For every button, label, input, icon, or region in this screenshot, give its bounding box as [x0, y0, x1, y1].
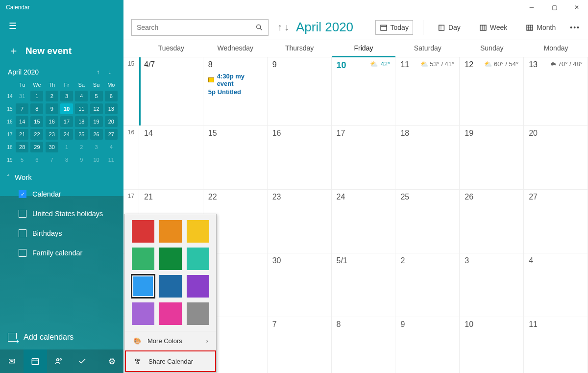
mini-day[interactable]: 21	[15, 128, 29, 141]
mini-day[interactable]: 4	[74, 90, 89, 102]
checkbox-icon[interactable]	[19, 229, 26, 237]
search-icon[interactable]	[255, 24, 263, 31]
day-cell[interactable]: 4	[524, 253, 588, 317]
day-cell[interactable]: 20	[524, 126, 588, 189]
day-cell[interactable]: 16	[268, 126, 332, 189]
share-calendar-item[interactable]: Share Calendar	[125, 350, 216, 372]
people-icon[interactable]	[47, 349, 71, 373]
day-cell[interactable]: 17	[332, 126, 396, 189]
mini-next-icon[interactable]: ↓	[104, 69, 116, 75]
mini-day[interactable]: 30	[45, 141, 59, 153]
mini-day[interactable]: 19	[89, 115, 103, 128]
color-swatch[interactable]	[159, 275, 182, 298]
calendar-item[interactable]: United States holidays	[16, 204, 123, 224]
mini-day[interactable]: 8	[59, 153, 74, 166]
mini-day[interactable]: 7	[15, 102, 29, 115]
prev-period-icon[interactable]: ↑	[277, 22, 282, 33]
mini-day[interactable]: 28	[15, 141, 29, 153]
day-cell[interactable]: 26	[460, 190, 524, 253]
day-cell[interactable]: 84:30p my event5p Untitled	[203, 57, 268, 125]
mini-day[interactable]: 16	[45, 115, 59, 128]
view-week-button[interactable]: Week	[475, 20, 512, 35]
mini-day[interactable]: 25	[74, 128, 89, 141]
day-cell[interactable]: 30	[268, 253, 332, 317]
calendar-icon[interactable]	[24, 349, 47, 373]
mini-day[interactable]: 14	[15, 115, 29, 128]
calendar-item[interactable]: Family calendar	[16, 243, 123, 263]
color-swatch[interactable]	[159, 248, 182, 270]
mini-day[interactable]: 1	[59, 141, 74, 153]
color-swatch[interactable]	[187, 220, 209, 243]
color-swatch[interactable]	[187, 275, 209, 298]
mini-day[interactable]: 6	[29, 153, 44, 166]
mini-day[interactable]: 3	[59, 90, 74, 102]
day-cell[interactable]: 9	[268, 57, 332, 125]
color-swatch[interactable]	[132, 275, 154, 298]
mini-day[interactable]: 26	[89, 128, 103, 141]
color-swatch[interactable]	[187, 248, 209, 270]
mini-day[interactable]: 22	[29, 128, 44, 141]
color-swatch[interactable]	[159, 302, 182, 325]
maximize-button[interactable]: ▢	[543, 0, 565, 15]
day-cell[interactable]: 13🌧 70° / 48°	[524, 57, 588, 125]
mini-day[interactable]: 9	[45, 102, 59, 115]
mini-day[interactable]: 2	[74, 141, 89, 153]
day-cell[interactable]: 5/1	[332, 253, 396, 317]
mini-day[interactable]: 13	[104, 102, 119, 115]
day-cell[interactable]: 23	[268, 190, 332, 253]
settings-icon[interactable]: ⚙	[100, 349, 123, 373]
day-cell[interactable]: 15	[203, 126, 268, 189]
mini-day[interactable]: 11	[74, 102, 89, 115]
day-cell[interactable]: 10⛅ 42°	[332, 57, 396, 125]
mini-day[interactable]: 4	[104, 141, 119, 153]
mini-day[interactable]: 10	[59, 102, 74, 115]
day-cell[interactable]: 10	[460, 317, 524, 373]
mini-day[interactable]: 2	[45, 90, 59, 102]
day-cell[interactable]: 27	[524, 190, 588, 253]
mini-day[interactable]: 6	[104, 90, 119, 102]
mini-day[interactable]: 24	[59, 128, 74, 141]
day-cell[interactable]: 4/7	[139, 57, 203, 125]
event-item[interactable]: 4:30p my event	[208, 72, 262, 88]
calendar-item[interactable]: ✓ Calendar	[16, 184, 123, 204]
mini-day[interactable]: 5	[15, 153, 29, 166]
checkbox-icon[interactable]	[19, 249, 26, 257]
todo-icon[interactable]	[71, 349, 94, 373]
mini-prev-icon[interactable]: ↑	[92, 69, 104, 75]
mini-day[interactable]: 20	[104, 115, 119, 128]
section-work[interactable]: ˄ Work	[0, 166, 123, 183]
day-cell[interactable]: 14	[139, 126, 203, 189]
mini-day[interactable]: 12	[89, 102, 103, 115]
mini-day[interactable]: 3	[89, 141, 103, 153]
view-month-button[interactable]: Month	[521, 20, 560, 35]
color-swatch[interactable]	[132, 302, 154, 325]
mini-day[interactable]: 11	[104, 153, 119, 166]
day-cell[interactable]: 25	[395, 190, 460, 253]
hamburger-icon[interactable]: ☰	[0, 15, 123, 37]
mini-day[interactable]: 5	[89, 90, 103, 102]
color-swatch[interactable]	[132, 220, 154, 243]
more-colors-item[interactable]: 🎨 More Colors ›	[125, 331, 216, 350]
view-day-button[interactable]: Day	[433, 20, 465, 35]
today-button[interactable]: Today	[375, 20, 413, 35]
month-label[interactable]: April 2020	[296, 20, 353, 35]
add-calendars-button[interactable]: Add calendars	[0, 325, 123, 349]
mini-day[interactable]: 9	[74, 153, 89, 166]
color-swatch[interactable]	[187, 302, 209, 325]
mini-day[interactable]: 17	[59, 115, 74, 128]
mini-day[interactable]: 1	[29, 90, 44, 102]
day-cell[interactable]: 7	[268, 317, 332, 373]
day-cell[interactable]: 12⛅ 60° / 54°	[460, 57, 524, 125]
day-cell[interactable]: 11	[524, 317, 588, 373]
next-period-icon[interactable]: ↓	[284, 22, 289, 33]
color-swatch[interactable]	[132, 248, 154, 270]
more-icon[interactable]: •••	[570, 24, 580, 31]
mini-day[interactable]: 18	[74, 115, 89, 128]
calendar-item[interactable]: Birthdays	[16, 224, 123, 243]
checkbox-icon[interactable]: ✓	[19, 190, 26, 198]
event-item[interactable]: 5p Untitled	[208, 88, 262, 96]
mini-day[interactable]: 15	[29, 115, 44, 128]
search-input[interactable]	[137, 24, 251, 31]
day-cell[interactable]: 2	[395, 253, 460, 317]
day-cell[interactable]: 24	[332, 190, 396, 253]
